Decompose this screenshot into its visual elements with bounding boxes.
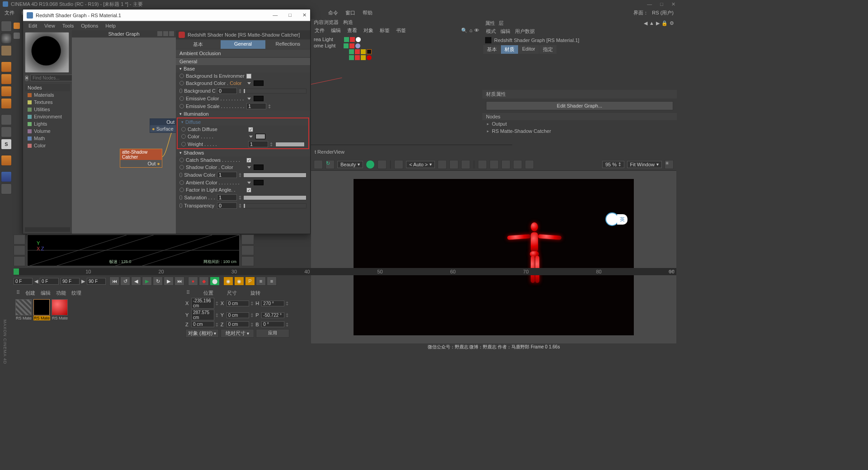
graph-tool-icon[interactable] [157,31,162,36]
timeline[interactable]: 0102030405060708090 0 F [14,268,676,275]
menu-window[interactable]: 窗口 [345,9,355,16]
opt3-icon[interactable]: P [245,277,255,286]
shadow-alpha-slider[interactable] [243,173,307,178]
attr-node-output[interactable]: Output [482,120,677,127]
goto-start-icon[interactable]: ⏮ [109,277,119,286]
subsection-ao[interactable]: Ambient Occlusion [176,50,310,57]
nav-back-icon[interactable]: ◀ [644,20,647,26]
dialog-close-icon[interactable]: ✕ [302,12,307,18]
emissive-color-swatch[interactable] [254,96,264,101]
object-row[interactable] [314,49,480,55]
grid-icon[interactable] [449,160,458,169]
prev-frame-icon[interactable]: ◀ [131,277,141,286]
dlg-menu-help[interactable]: Help [105,23,116,28]
group-diffuse[interactable]: Diffuse [178,118,308,126]
home-icon[interactable]: ⌂ [469,28,472,33]
tab-structure[interactable]: 构造 [343,19,353,26]
attr-node-msc[interactable]: RS Matte-Shadow Catcher [482,127,677,135]
attr-tab-assign[interactable]: 指定 [539,45,557,54]
saturation-slider[interactable] [243,195,307,200]
mouse-icon[interactable] [1,127,12,137]
menu-help[interactable]: 帮助 [363,9,373,16]
cube4-icon[interactable] [1,98,12,109]
group-shadows[interactable]: Shadows [176,149,310,156]
node-category[interactable]: Materials [25,91,70,99]
vp-nav-icon[interactable] [241,235,254,244]
crop-icon[interactable] [394,160,403,169]
opt2-icon[interactable]: ◉ [234,277,244,286]
autokey-icon[interactable]: ⬤ [210,277,220,286]
apply-button[interactable]: 应用 [256,329,289,338]
bg-color-swatch[interactable] [254,80,264,86]
saturation-field[interactable] [217,194,237,201]
coord-mode-dropdown[interactable]: 对象 (相对) ▾ [185,329,219,338]
tab-reflections[interactable]: Reflections [266,40,310,49]
opt1-icon[interactable]: ◉ [223,277,233,286]
group-base[interactable]: Base [176,65,310,72]
dlg-menu-options[interactable]: Options [81,23,98,28]
snap1-icon[interactable] [490,160,499,169]
dlg-menu-view[interactable]: View [44,23,55,28]
checker-icon[interactable] [1,45,12,56]
tool-icon[interactable] [377,160,387,169]
menu-cmd[interactable]: 命令 [328,9,338,16]
cube3-icon[interactable] [1,86,12,97]
gear-icon[interactable]: ✳ [665,160,674,169]
expand-icon[interactable] [247,82,251,85]
attr-tab-basic[interactable]: 基本 [483,45,500,54]
factor-light-checkbox[interactable]: ✓ [246,188,251,193]
dialog-maximize-icon[interactable]: □ [288,12,292,18]
eye-icon[interactable]: 👁 [474,28,479,33]
grid-icon[interactable] [1,183,12,194]
vp-icon[interactable] [14,235,25,244]
grip-icon[interactable]: ⠿ [186,290,190,296]
object-row[interactable]: ome Light [314,42,480,49]
node-output[interactable]: Out ● Surface [150,118,176,133]
nav-up-icon[interactable]: ▲ [649,20,654,26]
edit-shader-graph-button[interactable]: Edit Shader Graph... [486,101,673,110]
object-row[interactable]: rea Light [314,36,480,42]
transparency-field[interactable] [217,202,237,209]
chevron-right-icon[interactable]: ▶ [81,278,85,284]
mini-viewport[interactable]: YX Z 帧速 : 125.0 网格间距 : 100 cm [27,235,240,266]
close-icon[interactable]: ✕ [671,1,675,7]
scrollbar-horizontal[interactable] [25,227,70,232]
step-fwd-icon[interactable]: ▶ [164,277,174,286]
opt4-icon[interactable]: ≡ [256,277,266,286]
frame-total-field[interactable] [87,278,106,285]
dialog-minimize-icon[interactable]: — [273,12,278,18]
emissive-scale-field[interactable] [246,103,266,109]
tab-general[interactable]: General [221,40,265,49]
material-item[interactable]: RS Mate [33,299,50,320]
nav-fwd-icon[interactable]: ▶ [656,20,660,26]
lock-icon[interactable]: 🔒 [661,20,668,26]
sub-icon[interactable] [14,23,20,29]
copy-icon[interactable] [525,160,534,169]
maximize-icon[interactable]: □ [660,1,663,7]
play-icon[interactable]: ▶ [142,277,152,286]
ambient-color-swatch[interactable] [254,180,264,185]
diffuse-color-swatch[interactable] [255,134,265,139]
vp-nav-icon[interactable] [241,256,254,266]
vp-icon[interactable] [14,256,25,266]
playhead[interactable] [14,268,19,275]
dlg-menu-edit[interactable]: Edit [28,23,37,28]
next-frame-icon[interactable]: ↻ [153,277,163,286]
node-category[interactable]: Lights [25,120,70,127]
snow-icon[interactable] [461,160,470,169]
chevron-left-icon[interactable]: ◀ [34,278,38,284]
zoom-field[interactable]: 95 % ‡ [602,161,624,168]
tab-layers[interactable]: 层 [499,20,504,27]
undo-icon[interactable] [1,21,12,32]
record-icon[interactable]: ● [188,277,198,286]
vp-nav-icon[interactable] [241,245,254,255]
render-mode-dropdown[interactable]: Beauty ▾ [337,161,363,168]
transparency-slider[interactable] [243,203,307,208]
clear-search-icon[interactable]: ✕ [25,75,28,81]
cube2-icon[interactable] [1,74,12,85]
attr-tab-editor[interactable]: Editor [519,45,539,54]
step-back-icon[interactable]: ↺ [120,277,130,286]
goto-end-icon[interactable]: ⏭ [175,277,184,286]
expand-icon[interactable] [247,182,251,184]
snap3-icon[interactable] [513,160,522,169]
